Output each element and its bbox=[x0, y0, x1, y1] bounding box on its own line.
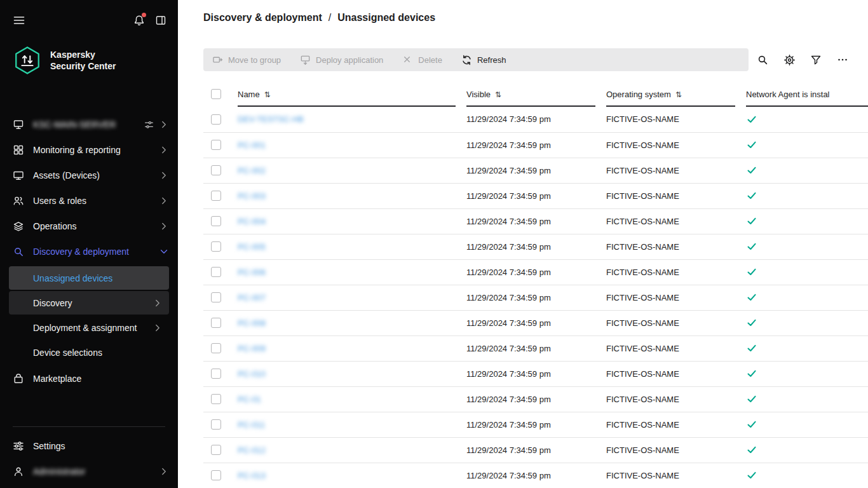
device-name-cell: PC-004 bbox=[238, 208, 466, 234]
sidebar-item-settings[interactable]: Settings bbox=[0, 433, 178, 459]
filter-funnel-icon bbox=[810, 54, 822, 65]
delete-button[interactable]: Delete bbox=[402, 55, 442, 65]
move-to-group-button[interactable]: Move to group bbox=[212, 55, 281, 65]
device-name-link[interactable]: PC-007 bbox=[238, 293, 266, 302]
row-checkbox[interactable] bbox=[211, 216, 221, 226]
row-checkbox[interactable] bbox=[211, 292, 221, 302]
device-name-link[interactable]: PC-011 bbox=[238, 420, 265, 430]
sort-icon[interactable]: ⇅ bbox=[264, 90, 271, 99]
device-name-link[interactable]: PC-01 bbox=[238, 395, 261, 404]
device-name-link[interactable]: PC-002 bbox=[238, 166, 266, 175]
chevron-right-icon[interactable] bbox=[159, 145, 169, 155]
agent-installed-cell bbox=[746, 463, 868, 488]
column-header-os[interactable]: Operating system bbox=[606, 90, 671, 99]
row-checkbox[interactable] bbox=[211, 369, 221, 379]
device-name-cell: PC-011 bbox=[238, 412, 466, 437]
server-hierarchy-icon[interactable] bbox=[144, 120, 154, 130]
device-name-link[interactable]: PC-006 bbox=[238, 268, 266, 277]
agent-installed-cell bbox=[746, 285, 868, 310]
device-name-link[interactable]: PC-001 bbox=[238, 140, 266, 150]
device-name-link[interactable]: PC-009 bbox=[238, 344, 266, 353]
row-checkbox[interactable] bbox=[211, 191, 221, 201]
sort-icon[interactable]: ⇅ bbox=[495, 90, 501, 99]
search-button[interactable] bbox=[750, 48, 775, 71]
row-checkbox[interactable] bbox=[211, 241, 221, 252]
refresh-button[interactable]: Refresh bbox=[461, 55, 506, 65]
delete-x-icon bbox=[402, 55, 413, 65]
row-checkbox[interactable] bbox=[211, 267, 221, 277]
table-row: PC-01211/29/2024 7:34:59 pmFICTIVE-OS-NA… bbox=[203, 437, 868, 463]
chevron-right-icon[interactable] bbox=[159, 170, 169, 180]
column-header-name[interactable]: Name bbox=[238, 90, 260, 99]
row-checkbox-cell bbox=[203, 208, 238, 234]
row-checkbox[interactable] bbox=[211, 343, 221, 353]
device-name-link[interactable]: PC-008 bbox=[238, 318, 266, 328]
agent-installed-cell bbox=[746, 386, 868, 412]
row-checkbox[interactable] bbox=[211, 445, 221, 455]
chevron-right-icon[interactable] bbox=[159, 196, 169, 206]
device-name-link[interactable]: PC-005 bbox=[238, 242, 266, 252]
row-checkbox[interactable] bbox=[211, 419, 221, 430]
chevron-right-icon[interactable] bbox=[159, 119, 169, 130]
search-icon bbox=[13, 246, 24, 257]
agent-installed-cell bbox=[746, 437, 868, 463]
device-name-link[interactable]: DEV-TESTSC-HB bbox=[238, 114, 304, 124]
sidebar-item-assets-devices[interactable]: Assets (Devices) bbox=[0, 163, 178, 188]
sidebar-item-users-roles[interactable]: Users & roles bbox=[0, 188, 178, 214]
operating-system-cell: FICTIVE-OS-NAME bbox=[606, 386, 746, 412]
device-name-link[interactable]: PC-003 bbox=[238, 191, 266, 201]
app-title: Kaspersky Security Center bbox=[50, 49, 116, 72]
column-header-agent[interactable]: Network Agent is instal bbox=[746, 90, 830, 99]
device-name-cell: PC-009 bbox=[238, 336, 466, 361]
breadcrumb-separator: / bbox=[329, 12, 331, 24]
operating-system-cell: FICTIVE-OS-NAME bbox=[606, 208, 746, 234]
page-content: Move to group Deploy application bbox=[178, 36, 868, 488]
chevron-right-icon[interactable] bbox=[159, 221, 169, 231]
device-name-link[interactable]: PC-013 bbox=[238, 471, 266, 480]
sidebar-item-user-account[interactable]: Administrator bbox=[0, 459, 178, 484]
visible-time-cell: 11/29/2024 7:34:59 pm bbox=[466, 183, 606, 208]
sort-icon[interactable]: ⇅ bbox=[675, 90, 682, 99]
sidebar-item-marketplace[interactable]: Marketplace bbox=[0, 366, 178, 391]
row-checkbox[interactable] bbox=[211, 318, 221, 328]
more-options-button[interactable] bbox=[830, 48, 855, 71]
breadcrumb-parent[interactable]: Discovery & deployment bbox=[203, 12, 322, 24]
hamburger-menu-button[interactable] bbox=[13, 15, 25, 26]
sidebar-subitem-device-selections[interactable]: Device selections bbox=[9, 341, 169, 364]
chevron-down-icon[interactable] bbox=[159, 247, 169, 257]
dashboard-grid-icon bbox=[13, 144, 24, 156]
notifications-button[interactable] bbox=[133, 15, 145, 26]
sidebar-item-discovery-deployment[interactable]: Discovery & deployment bbox=[0, 239, 178, 264]
sidebar-item-operations[interactable]: Operations bbox=[0, 214, 178, 239]
sidebar-item-monitoring-reporting[interactable]: Monitoring & reporting bbox=[0, 137, 178, 163]
row-checkbox[interactable] bbox=[211, 114, 221, 125]
app-logo: Kaspersky Security Center bbox=[0, 41, 178, 94]
operating-system-cell: FICTIVE-OS-NAME bbox=[606, 412, 746, 437]
select-all-checkbox[interactable] bbox=[211, 89, 221, 99]
device-name-link[interactable]: PC-004 bbox=[238, 217, 266, 226]
console-panel-button[interactable] bbox=[155, 15, 166, 26]
sidebar-subitem-deployment-assignment[interactable]: Deployment & assignment bbox=[9, 316, 169, 339]
column-header-visible[interactable]: Visible bbox=[466, 90, 491, 99]
table-row: PC-00811/29/2024 7:34:59 pmFICTIVE-OS-NA… bbox=[203, 310, 868, 336]
device-name-link[interactable]: PC-010 bbox=[238, 369, 266, 379]
row-checkbox[interactable] bbox=[211, 394, 221, 404]
row-checkbox[interactable] bbox=[211, 165, 221, 175]
row-checkbox[interactable] bbox=[211, 140, 221, 150]
sidebar-item-administration-server[interactable]: KSC-MAIN-SERVER bbox=[0, 112, 178, 137]
server-icon bbox=[13, 119, 24, 130]
visible-time-cell: 11/29/2024 7:34:59 pm bbox=[466, 386, 606, 412]
filter-button[interactable] bbox=[803, 48, 829, 71]
table-row: PC-00511/29/2024 7:34:59 pmFICTIVE-OS-NA… bbox=[203, 234, 868, 259]
row-checkbox[interactable] bbox=[211, 470, 221, 480]
sidebar-subitem-discovery[interactable]: Discovery bbox=[9, 291, 169, 315]
deploy-application-button[interactable]: Deploy application bbox=[300, 55, 383, 65]
users-icon bbox=[13, 195, 24, 207]
table-settings-button[interactable] bbox=[776, 48, 802, 71]
device-name-link[interactable]: PC-012 bbox=[238, 445, 266, 455]
table-row: PC-01011/29/2024 7:34:59 pmFICTIVE-OS-NA… bbox=[203, 361, 868, 386]
agent-installed-check-icon bbox=[746, 241, 757, 252]
sidebar-divider bbox=[13, 426, 165, 427]
visible-time-cell: 11/29/2024 7:34:59 pm bbox=[466, 285, 606, 310]
sidebar-subitem-unassigned-devices[interactable]: Unassigned devices bbox=[9, 266, 169, 290]
